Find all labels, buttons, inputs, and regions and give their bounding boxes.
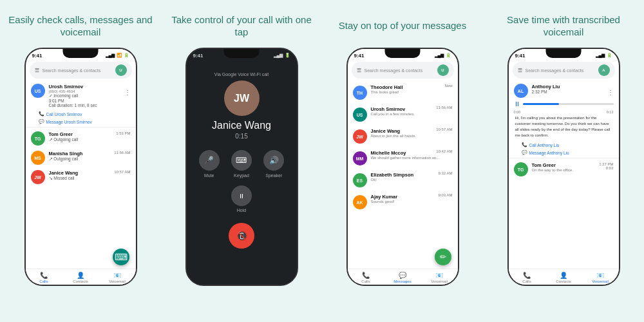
end-call-button[interactable]: 📵	[229, 223, 254, 249]
speaker-icon: 🔊	[263, 150, 284, 171]
msg-anthony-action[interactable]: 💬 Message Anthony Liu	[509, 149, 619, 156]
nav-calls-label: Calls	[39, 279, 48, 283]
time-janice: 10:57 AM	[114, 170, 130, 174]
nav4-calls[interactable]: 📞 Calls	[509, 272, 545, 283]
nav4-vm-label: Voicemail	[592, 279, 609, 283]
msg-row-theodore[interactable]: TH Theodore Hall This looks great! Now	[348, 81, 458, 103]
phone-call-icon: 📞	[39, 111, 44, 117]
call-urosh-action[interactable]: 📞 Call Urosh Smirnov	[26, 110, 136, 118]
fab3[interactable]: ✏	[435, 249, 451, 265]
contacts-nav-icon4: 👤	[560, 272, 567, 279]
contact-row-tom[interactable]: TG Tom Greer ↗ Outgoing call 1:53 PM	[26, 129, 136, 148]
panel1-title: Easily check calls, messages and voicema…	[6, 13, 155, 39]
nav4-calls-label: Calls	[522, 279, 531, 283]
phone4-screen: 9:41 ▂▄▆ 🔋 ☰ Search messages & contacts …	[509, 49, 619, 285]
contact-row-urosh[interactable]: US Urosh Smirnov (650) 435-4634 ✓ Incomi…	[26, 81, 136, 110]
bottom-nav1: 📞 Calls 👤 Contacts 📧 Voicemail	[26, 269, 136, 285]
dots-urosh[interactable]: ⋮	[124, 89, 131, 96]
nav3-vm-label: Voicemail	[431, 279, 448, 283]
vm-player: ⏸	[509, 99, 619, 110]
nav4-vm[interactable]: 📧 Voicemail	[582, 272, 619, 283]
phone1: 9:41 ▂▄▆ 📶 🔋 ☰ Search messages & contact…	[24, 48, 137, 286]
avatar-elizabeth: ES	[353, 173, 367, 187]
name-urosh: Urosh Smirnov	[49, 84, 131, 90]
name-anthony: Anthony Liu	[532, 84, 614, 90]
contact-row-manisha[interactable]: MS Manisha Singh ↗ Outgoing call 11:56 A…	[26, 148, 136, 167]
msg-icon4: 💬	[522, 150, 527, 155]
msg-row-michelle[interactable]: MM Michelle Mccoy We should gather more …	[348, 147, 458, 169]
fab1[interactable]: ⌨	[113, 249, 129, 265]
play-pause-icon[interactable]: ⏸	[514, 100, 520, 108]
msg-urosh-action[interactable]: 💬 Message Urosh Smirnov	[26, 118, 136, 126]
hold-button[interactable]: ⏸ Hold	[231, 185, 252, 213]
menu-icon1: ☰	[35, 68, 39, 73]
nav-vm[interactable]: 📧 Voicemail	[99, 272, 136, 283]
detail-janice: ↘ Missed call	[49, 176, 131, 181]
detail-urosh: ✓ Incoming call	[49, 93, 131, 99]
avatar-anthony: AL	[514, 84, 528, 98]
time-tom: 1:53 PM	[116, 131, 130, 135]
call-buttons: 🎤 Mute ⌨ Keypad 🔊 Speaker	[187, 150, 297, 178]
msg-row-urosh[interactable]: US Urosh Smirnov Call you in a few minut…	[348, 103, 458, 125]
vm-transcript: Hi, I'm calling you about the presentati…	[509, 114, 619, 141]
vm-contact-anthony[interactable]: AL Anthony Liu 2:32 PM ⋮	[509, 81, 619, 99]
status-icons1: ▂▄▆ 📶 🔋	[106, 53, 129, 58]
contact-row-janice[interactable]: JW Janice Wang ↘ Missed call 10:57 AM	[26, 167, 136, 187]
time1: 9:41	[32, 53, 43, 59]
nav3-calls-label: Calls	[361, 279, 370, 283]
menu-icon3: ☰	[357, 68, 361, 73]
call-screen: Via Google Voice Wi-Fi call JW Janice Wa…	[187, 61, 297, 285]
avatar-janice: JW	[31, 170, 45, 184]
vm-progress-bar[interactable]	[523, 103, 614, 105]
msg-anthony-label: Message Anthony Liu	[529, 151, 569, 155]
call-name: Janice Wang	[212, 120, 271, 131]
msg-row-elizabeth[interactable]: ES Elizabeth Simpson Ok! 9:32 AM	[348, 169, 458, 191]
speaker-button[interactable]: 🔊 Speaker	[263, 150, 284, 178]
calls-nav-icon3: 📞	[362, 272, 370, 279]
status-icons3: ▂▄▆ 🔋	[435, 53, 451, 58]
search-placeholder1: Search messages & contacts	[43, 68, 112, 73]
time2: 9:41	[193, 53, 204, 59]
msg-row-ajay[interactable]: AK Ajay Kumar Sounds good! 9:03 AM	[348, 191, 458, 213]
time-anthony: 2:32 PM	[532, 90, 614, 94]
nav-contacts[interactable]: 👤 Contacts	[62, 272, 99, 283]
search-placeholder4: Search messages & contacts	[526, 68, 595, 73]
call-anthony-action[interactable]: 📞 Call Anthony Liu	[509, 141, 619, 149]
search-bar1[interactable]: ☰ Search messages & contacts U	[30, 62, 132, 79]
user-avatar4: A	[598, 64, 610, 76]
nav-vm-label: Voicemail	[109, 279, 126, 283]
nav4-contacts[interactable]: 👤 Contacts	[545, 272, 582, 283]
time4: 9:41	[515, 53, 526, 59]
time-elizabeth: 9:32 AM	[438, 171, 452, 175]
signal-icon3: ▂▄▆	[435, 53, 444, 58]
nav3-messages-label: Messages	[393, 279, 411, 283]
msg-row-janice3[interactable]: JW Janice Wang About to join the all han…	[348, 125, 458, 147]
vm-nav-icon3: 📧	[435, 272, 443, 279]
info-urosh: Urosh Smirnov (650) 435-4634 ✓ Incoming …	[49, 84, 131, 108]
search-bar3[interactable]: ☰ Search messages & contacts U	[352, 62, 454, 79]
time-ajay: 9:03 AM	[438, 193, 452, 197]
nav-calls[interactable]: 📞 Calls	[26, 272, 62, 283]
time3: 9:41	[354, 53, 365, 59]
nav3-vm[interactable]: 📧 Voicemail	[421, 272, 458, 283]
avatar-manisha: MS	[31, 151, 45, 165]
signal-icon: ▂▄▆	[106, 53, 115, 58]
user-avatar1: U	[115, 64, 127, 76]
detail-manisha: ↗ Outgoing call	[49, 156, 131, 162]
mute-button[interactable]: 🎤 Mute	[199, 150, 220, 178]
status-icons2: ▂▄▆ 🔋	[274, 53, 290, 58]
search-bar4[interactable]: ☰ Search messages & contacts A	[513, 62, 615, 79]
preview-janice3: About to join the all hands.	[371, 134, 453, 138]
avatar-janice3: JW	[353, 129, 367, 144]
mute-label: Mute	[204, 173, 214, 178]
vm-contact-tom[interactable]: TG Tom Greer On the way to the office. 1…	[509, 160, 619, 179]
nav3-messages[interactable]: 💬 Messages	[384, 272, 421, 283]
panel-messages: Stay on top of your messages 9:41 ▂▄▆ 🔋 …	[322, 0, 483, 322]
nav3-calls[interactable]: 📞 Calls	[348, 272, 384, 283]
search-placeholder3: Search messages & contacts	[365, 68, 434, 73]
bottom-nav3: 📞 Calls 💬 Messages 📧 Voicemail	[348, 269, 458, 285]
keypad-button[interactable]: ⌨ Keypad	[231, 150, 252, 178]
dots-anthony[interactable]: ⋮	[607, 89, 614, 96]
signal-icon2: ▂▄▆	[274, 53, 283, 58]
time-michelle: 10:42 AM	[436, 149, 452, 153]
